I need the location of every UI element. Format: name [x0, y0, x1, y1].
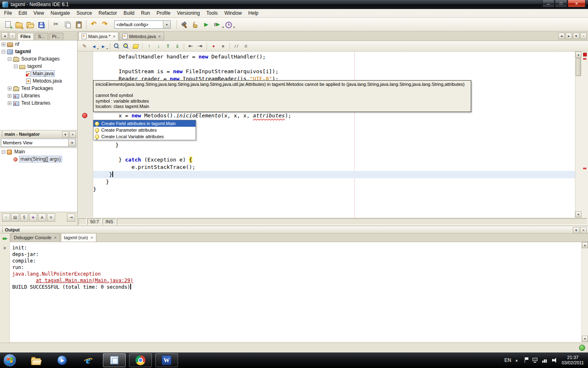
scroll-down-button[interactable]	[575, 211, 581, 218]
show-fields-button[interactable]	[11, 213, 19, 222]
menu-item-refactor[interactable]: Refactor	[95, 9, 120, 17]
open-project-button[interactable]	[24, 19, 36, 30]
sort-source-button[interactable]	[47, 213, 55, 222]
files-tree-item-metodos-java[interactable]: Metodos.java	[0, 77, 77, 85]
find-selection-button[interactable]	[112, 42, 121, 50]
shift-right-button[interactable]	[196, 42, 205, 50]
editor-scrollbar[interactable]	[575, 52, 581, 218]
flag-icon[interactable]	[522, 357, 529, 363]
hint-item[interactable]: Create Field attributes in tagxml.Main	[94, 120, 196, 127]
menu-item-profile[interactable]: Profile	[153, 9, 174, 17]
files-tree-item-test-packages[interactable]: +Test Packages	[0, 85, 77, 92]
debug-button[interactable]	[212, 19, 223, 30]
drag-grip-icon[interactable]	[2, 132, 2, 136]
hint-item[interactable]: Create Local Variable attributes	[94, 133, 196, 140]
previous-usage-button[interactable]	[163, 42, 172, 50]
volume-icon[interactable]	[552, 357, 558, 363]
maximize-editor-button[interactable]	[580, 33, 587, 39]
files-tree-item-test-libraries[interactable]: +Test Libraries	[0, 99, 77, 107]
scroll-up-button[interactable]	[575, 52, 581, 58]
minimize-window-button[interactable]	[62, 131, 69, 138]
taskbar-explorer-button[interactable]	[24, 353, 47, 367]
code-line[interactable]	[93, 149, 575, 156]
network-icon[interactable]	[532, 357, 539, 363]
comment-button[interactable]	[232, 42, 241, 50]
navigator-tree-item-main[interactable]: −Main	[0, 148, 77, 155]
close-window-button[interactable]	[69, 131, 76, 138]
code-line[interactable]: DefaultHandler handler = new DefaultHand…	[93, 53, 575, 61]
code-line[interactable]: } catch (Exception e) {	[93, 156, 575, 164]
collapse-handle-icon[interactable]: −	[2, 50, 5, 54]
new-project-button[interactable]	[13, 19, 24, 30]
cut-button[interactable]	[51, 19, 62, 30]
output-tab-tagxml-run[interactable]: tagxml (run)×	[61, 233, 97, 242]
chevron-down-icon[interactable]	[68, 139, 76, 146]
error-mark[interactable]	[583, 58, 586, 60]
clean-build-button[interactable]	[190, 19, 201, 30]
close-tab-icon[interactable]: ×	[54, 236, 57, 240]
scroll-tabs-right-button[interactable]	[566, 33, 572, 39]
save-all-button[interactable]	[36, 19, 47, 30]
undo-button[interactable]	[89, 19, 100, 30]
scroll-tabs-left-button[interactable]	[558, 33, 565, 39]
files-tree-item-libraries[interactable]: +Libraries	[0, 92, 77, 99]
menu-item-window[interactable]: Window	[221, 9, 245, 17]
slide-window-button[interactable]	[1, 32, 8, 39]
explorer-tab-files[interactable]: Files	[17, 33, 34, 40]
chevron-down-icon[interactable]	[163, 21, 170, 28]
previous-bookmark-button[interactable]	[145, 42, 154, 50]
profile-button[interactable]	[223, 19, 234, 30]
language-indicator[interactable]: EN	[504, 357, 511, 363]
files-tree-item-nf[interactable]: +nf	[0, 40, 77, 48]
shift-left-button[interactable]	[186, 42, 195, 50]
menu-item-help[interactable]: Help	[245, 9, 262, 17]
error-annotation-icon[interactable]	[82, 113, 87, 118]
close-tab-icon[interactable]: ×	[158, 34, 161, 39]
find-occurrences-button[interactable]	[122, 42, 131, 50]
menu-item-run[interactable]: Run	[138, 9, 153, 17]
code-line[interactable]: }	[93, 141, 575, 149]
menu-item-tools[interactable]: Tools	[203, 9, 221, 17]
taskbar-internet-explorer-button[interactable]	[77, 353, 100, 367]
expand-handle-icon[interactable]: +	[2, 43, 5, 46]
collapse-handle-icon[interactable]: −	[8, 57, 11, 61]
files-tree-item-tagxml[interactable]: −tagxml	[0, 63, 77, 70]
redo-button[interactable]	[100, 19, 111, 30]
menu-item-view[interactable]: View	[30, 9, 47, 17]
error-status-icon[interactable]	[583, 53, 587, 56]
error-mark[interactable]	[583, 168, 586, 169]
collapse-handle-icon[interactable]: −	[2, 150, 5, 154]
stop-macro-button[interactable]	[218, 42, 227, 50]
next-usage-button[interactable]	[173, 42, 182, 50]
config-select[interactable]: <default config>	[114, 20, 171, 29]
forward-button[interactable]	[99, 42, 108, 50]
taskbar-word-button[interactable]	[155, 353, 178, 367]
collapse-handle-icon[interactable]: −	[14, 65, 18, 68]
close-tab-icon[interactable]: ×	[91, 236, 93, 240]
files-tree-item-main-java[interactable]: Main.java	[0, 70, 77, 77]
editor-tab-metodos-java[interactable]: Metodos.java×	[119, 32, 164, 40]
uncomment-button[interactable]	[241, 42, 250, 50]
output-tab-debugger-console[interactable]: Debugger Console×	[11, 233, 60, 242]
menu-item-versioning[interactable]: Versioning	[174, 9, 203, 17]
scroll-down-button[interactable]	[582, 336, 588, 342]
show-hidden-icons-button[interactable]: ▲	[515, 358, 519, 362]
members-view-select[interactable]: Members View	[1, 139, 76, 147]
close-button[interactable]	[568, 0, 586, 7]
insert-mode[interactable]: INS	[102, 218, 116, 225]
paste-button[interactable]	[73, 19, 84, 30]
new-file-button[interactable]	[2, 19, 13, 30]
menu-item-edit[interactable]: Edit	[15, 9, 30, 17]
toggle-highlight-button[interactable]	[131, 42, 140, 50]
code-line[interactable]: }	[93, 178, 575, 186]
menu-item-build[interactable]: Build	[120, 9, 138, 17]
code-line[interactable]: }	[93, 171, 575, 178]
notification-icon[interactable]	[579, 345, 585, 351]
run-button[interactable]	[201, 19, 212, 30]
clock[interactable]: 21:37 03/02/2011	[562, 355, 584, 366]
output-console[interactable]: init:deps-jar:compile:run:java.lang.Null…	[10, 242, 581, 342]
code-line[interactable]: }	[93, 186, 575, 193]
minimize-button[interactable]	[542, 0, 555, 7]
navigator-tree-item-main-string-args[interactable]: main(String[] args)	[0, 155, 77, 163]
sort-alpha-button[interactable]	[38, 213, 46, 222]
